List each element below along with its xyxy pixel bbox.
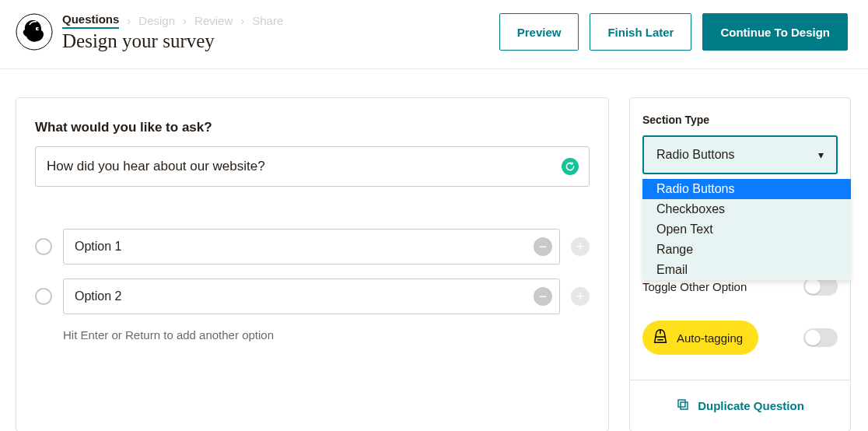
- autotag-icon: [652, 328, 669, 348]
- toggle-other-label: Toggle Other Option: [642, 280, 747, 293]
- options-list: − + − + Hit Enter or Return to add anoth…: [35, 229, 590, 342]
- autotag-button[interactable]: Auto-tagging: [642, 321, 758, 355]
- mailchimp-logo: [16, 13, 53, 51]
- chevron-right-icon: ›: [183, 14, 187, 27]
- section-type-value: Radio Buttons: [656, 148, 735, 162]
- breadcrumb-questions[interactable]: Questions: [62, 12, 119, 29]
- chevron-down-icon: ▾: [818, 149, 824, 161]
- breadcrumb: Questions › Design › Review › Share: [62, 12, 499, 29]
- option-row: − +: [35, 279, 590, 314]
- autotag-label: Auto-tagging: [677, 331, 743, 345]
- chevron-right-icon: ›: [127, 14, 131, 27]
- preview-button[interactable]: Preview: [499, 13, 579, 51]
- duplicate-icon: [676, 398, 690, 414]
- continue-button[interactable]: Continue To Design: [702, 13, 848, 51]
- dropdown-item-open-text[interactable]: Open Text: [642, 219, 851, 240]
- svg-rect-3: [681, 402, 688, 409]
- question-text-input[interactable]: [35, 146, 590, 187]
- header-bar: Questions › Design › Review › Share Desi…: [0, 0, 868, 69]
- question-prompt-label: What would you like to ask?: [35, 120, 590, 135]
- duplicate-label: Duplicate Question: [698, 399, 804, 412]
- dropdown-item-range[interactable]: Range: [642, 240, 851, 260]
- page-title: Design your survey: [62, 30, 499, 52]
- radio-icon: [35, 288, 52, 305]
- section-type-select[interactable]: Radio Buttons ▾: [642, 135, 838, 174]
- question-settings-panel: Section Type Radio Buttons ▾ Radio Butto…: [629, 97, 851, 431]
- breadcrumb-review[interactable]: Review: [194, 14, 233, 27]
- option-row: − +: [35, 229, 590, 265]
- section-type-dropdown: Radio Buttons Checkboxes Open Text Range…: [642, 179, 851, 280]
- grammarly-icon[interactable]: [562, 158, 579, 175]
- option-input-2[interactable]: [63, 279, 560, 314]
- add-option-hint: Hit Enter or Return to add another optio…: [63, 328, 590, 342]
- radio-icon: [35, 238, 52, 255]
- remove-option-button[interactable]: −: [534, 237, 552, 256]
- option-input-1[interactable]: [63, 229, 560, 265]
- chevron-right-icon: ›: [240, 14, 244, 27]
- svg-point-2: [37, 28, 39, 30]
- breadcrumb-share[interactable]: Share: [252, 14, 283, 27]
- svg-rect-4: [678, 400, 685, 407]
- breadcrumb-design[interactable]: Design: [138, 14, 175, 27]
- finish-later-button[interactable]: Finish Later: [590, 13, 691, 51]
- header-actions: Preview Finish Later Continue To Design: [499, 13, 848, 51]
- question-editor-card: What would you like to ask? − + −: [16, 97, 609, 431]
- dropdown-item-checkboxes[interactable]: Checkboxes: [642, 199, 851, 219]
- add-option-button[interactable]: +: [571, 287, 590, 306]
- dropdown-item-email[interactable]: Email: [642, 260, 851, 280]
- section-type-label: Section Type: [642, 114, 838, 126]
- autotag-switch[interactable]: [803, 328, 838, 347]
- duplicate-question-button[interactable]: Duplicate Question: [642, 380, 838, 431]
- autotag-row: Auto-tagging: [642, 321, 838, 355]
- title-block: Questions › Design › Review › Share Desi…: [62, 12, 499, 52]
- add-option-button[interactable]: +: [571, 237, 590, 256]
- remove-option-button[interactable]: −: [534, 287, 552, 306]
- dropdown-item-radio[interactable]: Radio Buttons: [642, 179, 851, 199]
